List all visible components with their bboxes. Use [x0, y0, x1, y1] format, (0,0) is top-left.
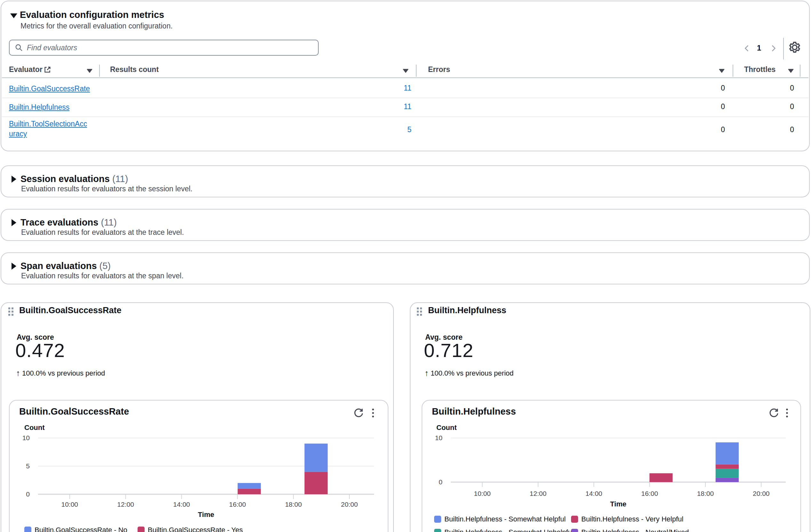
legend-swatch	[434, 516, 441, 523]
expand-collapsed-icon[interactable]	[12, 219, 16, 226]
legend-item[interactable]: Builtin.Helpfulness - Neutral/Mixed	[571, 528, 689, 532]
chart-legend: Builtin.GoalSuccessRate - NoBuiltin.Goal…	[24, 526, 243, 532]
chevron-left-icon	[743, 44, 751, 52]
throttles-filter-caret-icon[interactable]	[787, 69, 794, 75]
trend-up-icon: ↑	[16, 368, 20, 378]
bar-segment[interactable]	[238, 488, 261, 494]
search-field[interactable]	[9, 40, 319, 56]
x-tick-label: 12:00	[117, 501, 134, 508]
table-header-underline	[2, 77, 808, 78]
bar-segment[interactable]	[716, 442, 739, 465]
x-tick-label: 12:00	[530, 490, 547, 497]
pagination-prev-button[interactable]	[741, 43, 752, 54]
collapse-expanded-icon[interactable]	[10, 13, 17, 18]
column-header-throttles[interactable]: Throttles	[744, 65, 776, 74]
column-header-evaluator[interactable]: Evaluator	[9, 65, 43, 74]
results-count-link[interactable]: 11	[348, 84, 411, 92]
section-header-span[interactable]: Span evaluations (5)	[20, 260, 111, 272]
y-tick-label: 10	[22, 434, 30, 441]
errors-value: 0	[661, 84, 725, 92]
goal-success-rate-bar-chart: 105010:0012:0014:0016:0018:0020:00Time	[10, 432, 389, 525]
column-divider	[800, 65, 800, 77]
metric-value: 0.472	[15, 339, 65, 362]
drag-handle-icon[interactable]	[417, 307, 422, 316]
chart-title: Builtin.GoalSuccessRate	[19, 406, 129, 417]
widget-title: Builtin.Helpfulness	[428, 305, 506, 316]
pagination-next-button[interactable]	[768, 43, 779, 54]
legend-item[interactable]: Builtin.GoalSuccessRate - No	[24, 526, 127, 532]
evaluator-link[interactable]: Builtin.ToolSelectionAccuracy	[9, 119, 90, 139]
evaluation-config-metrics-card: Evaluation configuration metrics Metrics…	[1, 1, 810, 151]
throttles-value: 0	[730, 125, 794, 134]
results-count-link[interactable]: 11	[348, 102, 411, 111]
legend-swatch	[571, 529, 578, 532]
bar-segment[interactable]	[716, 469, 739, 478]
page-description: Metrics for the overall evaluation confi…	[20, 22, 173, 30]
section-title: Session evaluations	[20, 174, 110, 184]
column-header-results-count[interactable]: Results count	[110, 65, 159, 74]
legend-item[interactable]: Builtin.Helpfulness - Very Helpful	[571, 515, 689, 523]
helpfulness-chart-card: Builtin.Helpfulness Count 10010:0012:001…	[422, 400, 801, 532]
external-link-icon	[44, 66, 51, 75]
section-description: Evaluation results for evaluators at the…	[21, 228, 184, 237]
chevron-right-icon	[769, 44, 777, 52]
errors-filter-caret-icon[interactable]	[719, 69, 725, 75]
section-header-trace[interactable]: Trace evaluations (11)	[20, 216, 117, 228]
trend-indicator: ↑ 100.0% vs previous period	[425, 368, 514, 378]
errors-value: 0	[661, 102, 725, 111]
section-description: Evaluation results for evaluators at the…	[21, 185, 193, 193]
legend-swatch	[24, 527, 31, 532]
legend-label: Builtin.GoalSuccessRate - Yes	[148, 526, 243, 532]
drag-handle-icon[interactable]	[8, 307, 13, 316]
vertical-dots-icon	[371, 408, 375, 419]
x-axis-title: Time	[610, 500, 626, 508]
search-input[interactable]	[26, 43, 318, 52]
x-tick-label: 20:00	[341, 501, 358, 508]
bar-segment[interactable]	[716, 465, 739, 469]
pagination-current-page[interactable]: 1	[757, 44, 761, 52]
legend-label: Builtin.Helpfulness - Neutral/Mixed	[581, 528, 689, 532]
x-tick-label: 10:00	[474, 490, 491, 497]
table-settings-button[interactable]	[787, 40, 802, 55]
bar-segment[interactable]	[649, 473, 672, 482]
refresh-button[interactable]	[768, 408, 779, 420]
evaluator-filter-caret-icon[interactable]	[86, 69, 93, 75]
column-header-errors[interactable]: Errors	[428, 65, 450, 74]
results-filter-caret-icon[interactable]	[402, 69, 409, 75]
throttles-value: 0	[730, 84, 794, 92]
legend-item[interactable]: Builtin.Helpfulness - Somewhat Unhelpful	[434, 528, 571, 532]
section-count: (11)	[101, 217, 117, 227]
y-tick-label: 0	[26, 490, 30, 498]
row-divider	[2, 97, 808, 98]
results-count-link[interactable]: 5	[348, 125, 411, 134]
evaluator-link[interactable]: Builtin.GoalSuccessRate	[9, 84, 90, 94]
refresh-icon	[353, 408, 364, 419]
evaluator-link[interactable]: Builtin.Helpfulness	[9, 102, 70, 112]
expand-collapsed-icon[interactable]	[12, 176, 16, 183]
widget-menu-button[interactable]	[785, 408, 789, 420]
bar-segment[interactable]	[305, 444, 328, 472]
section-count: (5)	[100, 261, 111, 271]
y-axis-title: Count	[24, 424, 45, 432]
trend-indicator: ↑ 100.0% vs previous period	[16, 368, 105, 378]
legend-item[interactable]: Builtin.Helpfulness - Somewhat Helpful	[434, 515, 571, 523]
span-evaluations-card: Span evaluations (5) Evaluation results …	[1, 253, 810, 284]
x-tick-label: 14:00	[173, 501, 190, 508]
legend-item[interactable]: Builtin.GoalSuccessRate - Yes	[138, 526, 243, 532]
bar-segment[interactable]	[305, 472, 328, 494]
search-icon	[15, 44, 23, 52]
trace-evaluations-card: Trace evaluations (11) Evaluation result…	[1, 209, 810, 241]
throttles-value: 0	[730, 102, 794, 111]
expand-collapsed-icon[interactable]	[12, 263, 16, 270]
chart-legend: Builtin.Helpfulness - Somewhat HelpfulBu…	[434, 515, 689, 532]
bar-segment[interactable]	[716, 477, 739, 482]
section-header-session[interactable]: Session evaluations (11)	[20, 173, 128, 185]
x-tick-label: 10:00	[61, 501, 78, 508]
bar-segment[interactable]	[238, 483, 261, 489]
toolbar-divider	[783, 38, 784, 60]
helpfulness-bar-chart: 10010:0012:0014:0016:0018:0020:00Time	[422, 432, 802, 514]
refresh-button[interactable]	[353, 408, 364, 420]
x-tick-label: 14:00	[585, 490, 602, 497]
legend-swatch	[138, 527, 144, 532]
widget-menu-button[interactable]	[371, 408, 375, 420]
